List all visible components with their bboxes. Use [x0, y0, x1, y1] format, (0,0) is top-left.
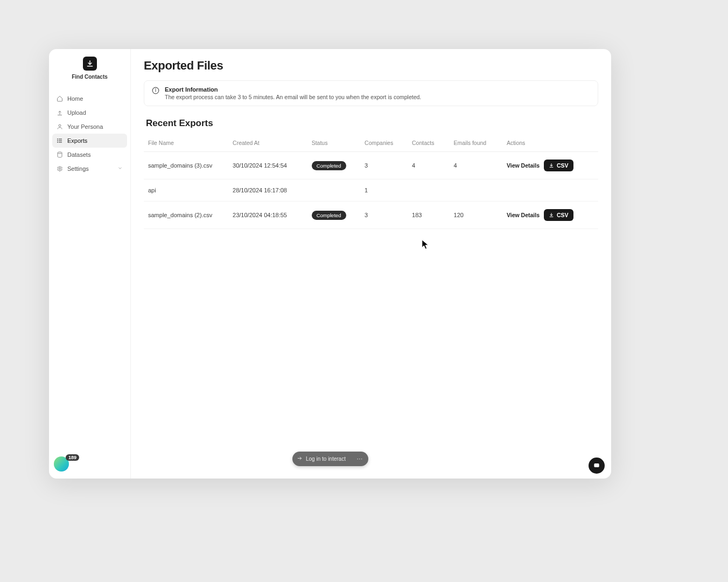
- cell-emails: [450, 179, 502, 202]
- home-icon: [57, 95, 63, 102]
- table-row: sample_domains (3).csv30/10/2024 12:54:5…: [144, 152, 598, 179]
- svg-point-7: [58, 152, 62, 154]
- page-title: Exported Files: [144, 59, 598, 73]
- sidebar-item-label: Upload: [67, 109, 86, 116]
- cursor-icon: [422, 239, 429, 250]
- cell-file: api: [144, 179, 228, 202]
- status-badge: Completed: [312, 161, 346, 170]
- view-details-link[interactable]: View Details: [507, 212, 540, 218]
- export-info-box: Export Information The export process ca…: [144, 80, 598, 106]
- cell-file: sample_domains (3).csv: [144, 152, 228, 179]
- ellipsis-icon: ···: [357, 456, 363, 462]
- svg-point-0: [59, 124, 61, 127]
- download-icon: [86, 60, 94, 67]
- login-pill-label: Log in to interact: [306, 456, 346, 462]
- cell-created: 23/10/2024 04:18:55: [228, 202, 307, 229]
- table-header-row: File Name Created At Status Companies Co…: [144, 134, 598, 152]
- cell-emails: 4: [450, 152, 502, 179]
- cell-companies: 1: [360, 179, 408, 202]
- database-icon: [57, 151, 63, 158]
- svg-point-5: [58, 141, 58, 141]
- cell-status: Completed: [307, 152, 360, 179]
- app-logo: [83, 57, 97, 71]
- persona-icon: [57, 123, 63, 130]
- csv-download-button[interactable]: CSV: [544, 209, 573, 221]
- info-text: Export Information The export process ca…: [165, 86, 421, 100]
- cell-created: 30/10/2024 12:54:54: [228, 152, 307, 179]
- status-badge: Completed: [312, 211, 346, 220]
- download-icon: [549, 163, 554, 168]
- sidebar-item-exports[interactable]: Exports: [52, 134, 127, 148]
- svg-point-4: [58, 139, 58, 140]
- gear-icon: [57, 165, 63, 172]
- cell-contacts: 183: [408, 202, 449, 229]
- cell-status: [307, 179, 360, 202]
- sidebar-item-settings[interactable]: Settings: [52, 162, 127, 176]
- table-row: api28/10/2024 16:17:081: [144, 179, 598, 202]
- list-icon: [57, 137, 63, 144]
- status-widget[interactable]: 189: [54, 456, 79, 472]
- chat-launcher[interactable]: [589, 458, 605, 474]
- sidebar-item-label: Exports: [67, 137, 87, 144]
- sidebar-item-home[interactable]: Home: [52, 92, 127, 106]
- th-file: File Name: [144, 134, 228, 152]
- sidebar-item-label: Datasets: [67, 151, 90, 158]
- download-icon: [549, 212, 554, 218]
- arrow-right-icon: [297, 455, 303, 462]
- cell-actions: View DetailsCSV: [502, 202, 598, 229]
- cell-status: Completed: [307, 202, 360, 229]
- table-row: sample_domains (2).csv23/10/2024 04:18:5…: [144, 202, 598, 229]
- chat-icon: [593, 462, 600, 469]
- logo-block: Find Contacts: [49, 57, 130, 80]
- th-created: Created At: [228, 134, 307, 152]
- svg-point-6: [58, 142, 58, 143]
- login-pill[interactable]: Log in to interact ···: [292, 452, 368, 466]
- cell-contacts: [408, 179, 449, 202]
- cell-companies: 3: [360, 202, 408, 229]
- th-emails: Emails found: [450, 134, 502, 152]
- exports-table: File Name Created At Status Companies Co…: [144, 134, 598, 229]
- main-content: Exported Files Export Information The ex…: [131, 49, 611, 479]
- info-title: Export Information: [165, 86, 421, 93]
- cell-file: sample_domains (2).csv: [144, 202, 228, 229]
- cell-created: 28/10/2024 16:17:08: [228, 179, 307, 202]
- svg-point-8: [59, 168, 61, 170]
- cell-emails: 120: [450, 202, 502, 229]
- status-count-badge: 189: [66, 454, 79, 461]
- csv-download-button[interactable]: CSV: [544, 160, 573, 171]
- chevron-down-icon: [117, 165, 123, 172]
- th-companies: Companies: [360, 134, 408, 152]
- th-contacts: Contacts: [408, 134, 449, 152]
- sidebar-item-label: Home: [67, 95, 83, 102]
- view-details-link[interactable]: View Details: [507, 162, 540, 169]
- sidebar-item-upload[interactable]: Upload: [52, 106, 127, 120]
- sidebar-item-persona[interactable]: Your Persona: [52, 120, 127, 134]
- cell-contacts: 4: [408, 152, 449, 179]
- info-icon: [152, 87, 159, 94]
- sidebar-item-label: Settings: [67, 165, 89, 172]
- sidebar: Find Contacts Home Upload Your Persona: [49, 49, 131, 479]
- section-title: Recent Exports: [146, 118, 598, 129]
- svg-point-11: [156, 89, 156, 89]
- th-actions: Actions: [502, 134, 598, 152]
- sidebar-item-label: Your Persona: [67, 123, 103, 130]
- info-body: The export process can take 3 to 5 minut…: [165, 94, 421, 100]
- upload-icon: [57, 109, 63, 116]
- th-status: Status: [307, 134, 360, 152]
- cell-actions: View DetailsCSV: [502, 152, 598, 179]
- sidebar-item-datasets[interactable]: Datasets: [52, 148, 127, 162]
- cell-actions: [502, 179, 598, 202]
- app-name: Find Contacts: [72, 74, 108, 80]
- nav: Home Upload Your Persona Exports: [49, 92, 130, 176]
- svg-rect-12: [594, 463, 599, 467]
- app-window: Find Contacts Home Upload Your Persona: [49, 49, 611, 479]
- cell-companies: 3: [360, 152, 408, 179]
